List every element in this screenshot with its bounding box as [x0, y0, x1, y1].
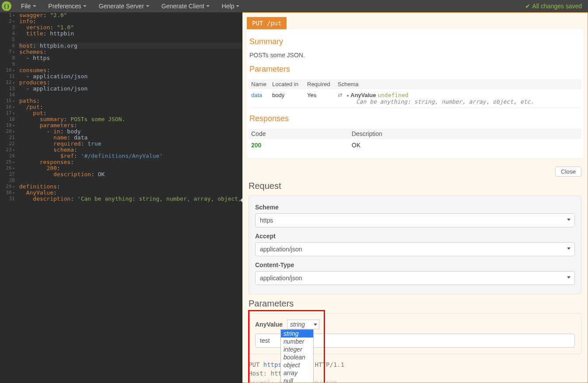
response-code: 200: [251, 142, 352, 149]
accept-select[interactable]: application/json: [255, 242, 575, 256]
menu-file[interactable]: File: [15, 0, 42, 12]
schema-name: AnyValue: [350, 92, 376, 98]
col-name: Name: [251, 81, 272, 87]
responses-table: Code Description 200 OK: [249, 129, 581, 151]
responses-heading: Responses: [249, 114, 581, 125]
col-code: Code: [251, 130, 352, 137]
menu-generate-server[interactable]: Generate Server: [93, 0, 156, 12]
schema-type: undefined: [377, 92, 408, 98]
col-desc: Description: [352, 130, 579, 137]
toolbar: { } FilePreferencesGenerate ServerGenera…: [0, 0, 588, 12]
type-option-boolean[interactable]: boolean: [281, 353, 313, 361]
check-icon: ✔: [525, 3, 530, 10]
close-button[interactable]: Close: [555, 167, 581, 177]
pane-divider[interactable]: [239, 12, 242, 383]
preview-pane: PUT /put Summary POSTs some JSON. Parame…: [242, 12, 588, 383]
parameters-heading: Parameters: [249, 65, 581, 76]
response-row: 200 OK: [249, 139, 581, 151]
param-required: Yes: [307, 92, 338, 98]
menu-preferences[interactable]: Preferences: [42, 0, 93, 12]
type-option-string[interactable]: string: [281, 330, 313, 338]
chevron-down-icon: [206, 5, 210, 7]
type-option-null[interactable]: null: [281, 377, 313, 383]
type-option-array[interactable]: array: [281, 369, 313, 377]
chevron-down-icon: [236, 5, 239, 7]
accept-label: Accept: [255, 233, 575, 240]
col-required: Required: [307, 81, 338, 87]
menu-help[interactable]: Help: [216, 0, 246, 12]
chevron-down-icon: [83, 5, 86, 7]
menu-generate-client[interactable]: Generate Client: [156, 0, 216, 12]
type-option-integer[interactable]: integer: [281, 345, 313, 353]
parameters-table: Name Located in Required Schema data bod…: [249, 79, 581, 108]
summary-text: POSTs some JSON.: [249, 52, 581, 62]
swagger-logo: { }: [2, 1, 11, 11]
content-type-select[interactable]: application/json: [255, 271, 575, 285]
col-located: Located in: [272, 81, 307, 87]
type-select[interactable]: string: [287, 320, 319, 329]
collapse-icon[interactable]: ▾: [347, 94, 349, 98]
chevron-down-icon: [314, 324, 317, 326]
summary-heading: Summary: [249, 37, 581, 48]
param-name[interactable]: data: [251, 92, 272, 98]
parameter-row: data body Yes ⇄ ▾ AnyValue undefined Can…: [249, 89, 581, 108]
method-badge: PUT: [252, 20, 263, 27]
anyvalue-parameter-box: AnyValue string stringnumberintegerboole…: [249, 313, 581, 354]
request-heading: Request: [249, 181, 588, 191]
operation-header: PUT /put: [247, 17, 287, 29]
saved-indicator: ✔ All changes saved: [525, 3, 586, 10]
request-parameters-heading: Parameters: [249, 299, 588, 309]
saved-label: All changes saved: [532, 3, 582, 10]
param-located: body: [272, 92, 307, 98]
yaml-editor[interactable]: 1▾2▾34567▾8910▾1112▾131415▾16▾17▾1819▾20…: [0, 12, 242, 383]
scheme-select[interactable]: https: [255, 213, 575, 227]
col-schema: Schema: [338, 81, 579, 87]
chevron-down-icon: [33, 5, 36, 7]
response-desc: OK: [352, 142, 579, 149]
schema-description: Can be anything: string, number, array, …: [356, 98, 579, 105]
type-option-object[interactable]: object: [281, 361, 313, 369]
chevron-down-icon: [146, 5, 149, 7]
operation-path: /put: [267, 20, 282, 27]
type-option-number[interactable]: number: [281, 338, 313, 345]
type-dropdown[interactable]: stringnumberintegerbooleanobjectarraynul…: [280, 329, 314, 383]
swap-icon[interactable]: ⇄: [338, 92, 342, 98]
content-type-label: Content-Type: [255, 261, 575, 268]
anyvalue-label: AnyValue: [255, 321, 283, 328]
scheme-label: Scheme: [255, 204, 575, 211]
